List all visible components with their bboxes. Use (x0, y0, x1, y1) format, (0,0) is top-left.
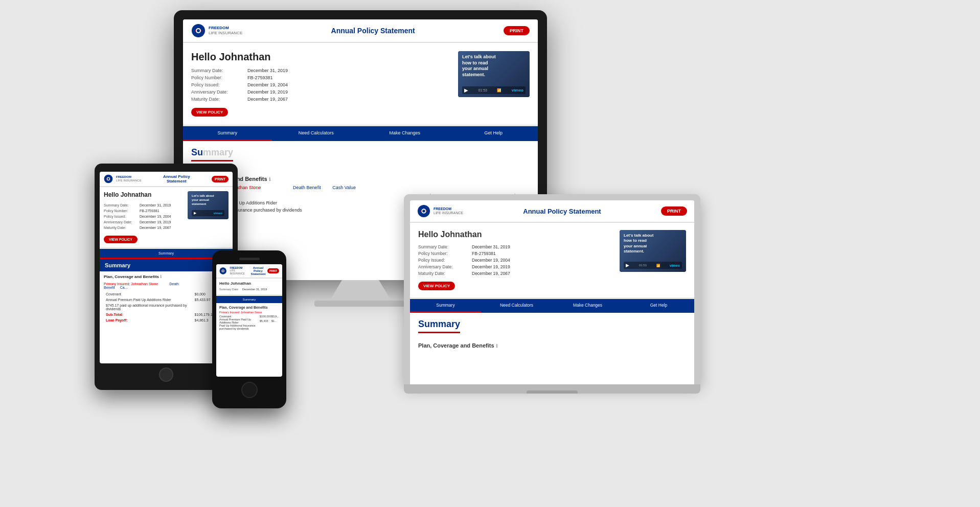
laptop-nav: Summary Need Calculators Make Changes Ge… (410, 297, 694, 313)
tablet-screen-title2: Statement (163, 179, 190, 183)
tablet-plan-subtitle: Primary Insured: Johnathan Stone DeathBe… (104, 282, 229, 289)
phone-hero-info: Hello Johnathan Summary Date: December 3… (219, 281, 279, 292)
phone-title: Annual Policy (249, 266, 267, 272)
tablet-anniv-row: Anniversary Date: December 19, 2019 (104, 220, 184, 224)
laptop-nav-changes[interactable]: Make Changes (552, 299, 623, 313)
policy-number-label: Policy Number: (191, 75, 247, 80)
laptop-summary-section: Summary (410, 313, 694, 339)
summary-date-row: Summary Date: December 31, 2019 (191, 68, 450, 73)
laptop-play-icon[interactable]: ▶ (626, 263, 629, 268)
phone-plan: Plan, Coverage and Benefits Primary Insu… (216, 303, 282, 333)
laptop-title: Annual Policy Statement (523, 208, 601, 215)
laptop-nav-summary[interactable]: Summary (410, 299, 481, 313)
phone-nav-label: Summary (218, 298, 280, 301)
row-death (260, 324, 271, 330)
tablet-view-policy[interactable]: VIEW POLICY (104, 236, 138, 243)
laptop-frame: FREEDOM LIFE INSURANCE Annual Policy Sta… (404, 194, 700, 384)
laptop-maturity-row: Maturity Date: December 19, 2067 (418, 271, 611, 276)
tablet-summary-title: Summary (105, 262, 130, 268)
policy-number-value: FB-2759381 (247, 75, 273, 80)
phone-frame: FREEDOM LIFE INSURANCE Annual Policy Sta… (212, 250, 286, 408)
policy-issued-row: Policy Issued: December 19, 2004 (191, 82, 450, 87)
phone-home-button[interactable] (241, 382, 258, 398)
maturity-value: December 19, 2067 (247, 97, 288, 102)
print-button[interactable]: PRINT (504, 26, 530, 35)
tablet-vimeo: vimeo (214, 212, 222, 215)
plan-subtitle: Primary Insured: Johnathan Stone Death B… (191, 185, 530, 190)
video-thumbnail[interactable]: Let's talk abouthow to readyour annualst… (458, 51, 530, 97)
laptop-print-button[interactable]: PRINT (661, 206, 687, 216)
laptop-issued-row: Policy Issued: December 19, 2004 (418, 258, 611, 263)
laptop-video-text: Let's talk abouthow to readyour annualst… (624, 233, 682, 255)
table-row: Paid Up Additional Insurance purchased b… (219, 324, 279, 330)
svg-point-8 (222, 270, 224, 271)
video-overlay: Let's talk abouthow to readyour annualst… (458, 51, 530, 97)
phone-insured: Primary Insured: Johnathan Stone (219, 311, 279, 314)
phone-logo: FREEDOM LIFE INSURANCE (219, 267, 249, 275)
loan-row: Loan Payoff: $4,861.3 (104, 317, 229, 323)
tablet-maturity-row: Maturity Date: December 19, 2067 (104, 226, 184, 229)
nav-calculators[interactable]: Need Calculators (272, 126, 361, 141)
vimeo-logo: vimeo (512, 88, 523, 93)
phone-print-button[interactable]: PRINT (267, 268, 279, 273)
play-icon[interactable]: ▶ (464, 87, 468, 93)
table-row: Covenant $0,000 $3,9 (104, 291, 229, 297)
tablet-anniv-label: Anniversary Date: (104, 220, 140, 224)
laptop-issued-value: December 19, 2004 (472, 258, 510, 263)
phone-screen: FREEDOM LIFE INSURANCE Annual Policy Sta… (216, 264, 282, 377)
laptop-video-controls[interactable]: ▶ 01:53 📶 vimeo (624, 262, 682, 269)
row-cash: $1... (271, 318, 279, 324)
tablet-title-area: Annual Policy Statement (163, 174, 190, 183)
tablet-plan-table: Covenant $0,000 $3,9 Annual Premium Paid… (104, 291, 229, 323)
laptop-video[interactable]: Let's talk abouthow to readyour annualst… (620, 230, 686, 272)
logo-area: FREEDOM LIFE INSURANCE (191, 24, 242, 38)
tablet-policy-row: Policy Number: FB-2759381 (104, 209, 184, 213)
row-cash (271, 324, 279, 330)
nav-summary[interactable]: Summary (183, 126, 272, 141)
anniversary-row: Anniversary Date: December 19, 2019 (191, 89, 450, 95)
laptop-summary-label: Summary Date: (418, 244, 472, 249)
freedom-logo-icon (191, 24, 206, 38)
laptop-policy-row: Policy Number: FB-2759381 (418, 251, 611, 256)
laptop-base (404, 384, 700, 394)
laptop-view-policy[interactable]: VIEW POLICY (418, 282, 455, 290)
tablet-play-icon[interactable]: ▶ (194, 211, 196, 215)
laptop-policy-value: FB-2759381 (472, 251, 496, 256)
maturity-label: Maturity Date: (191, 97, 247, 102)
tablet-issued-value: December 19, 2004 (140, 215, 171, 218)
laptop-nav-calculators[interactable]: Need Calculators (481, 299, 552, 313)
tablet-issued-label: Policy Issued: (104, 215, 140, 218)
summary-date-value: December 31, 2019 (247, 68, 288, 73)
video-controls[interactable]: ▶ 01:53 📶 vimeo (462, 86, 526, 94)
laptop-duration: 01:53 (639, 264, 647, 267)
navigation-bar: Summary Need Calculators Make Changes Ge… (183, 125, 538, 141)
tablet-video-controls[interactable]: ▶ vimeo (192, 210, 224, 216)
laptop-nav-help[interactable]: Get Help (623, 299, 694, 313)
row-name: Annual Premium Paid Up Additions Rider (219, 318, 260, 324)
tablet-issued-row: Policy Issued: December 19, 2004 (104, 215, 184, 218)
phone-plan-title: Plan, Coverage and Benefits (219, 306, 279, 309)
tablet-policy-value: FB-2759381 (140, 209, 159, 213)
phone-title2: Statement (249, 272, 267, 275)
phone-summary-label: Summary Date: (219, 288, 242, 291)
laptop-logo-text: FREEDOM LIFE INSURANCE (434, 207, 463, 216)
laptop-device: FREEDOM LIFE INSURANCE Annual Policy Sta… (404, 194, 700, 394)
svg-point-11 (422, 210, 425, 213)
policy-issued-value: December 19, 2004 (247, 82, 288, 87)
view-policy-button[interactable]: VIEW POLICY (191, 108, 228, 117)
svg-point-5 (107, 178, 109, 180)
nav-help[interactable]: Get Help (449, 126, 538, 141)
row-name: $745.17 paid up additional insurance pur… (104, 303, 192, 312)
nav-changes[interactable]: Make Changes (360, 126, 449, 141)
tablet-home-button[interactable] (159, 367, 173, 382)
phone-nav: Summary (216, 294, 282, 303)
tablet-video[interactable]: Let's talk aboutyour annualstatement ▶ v… (188, 191, 229, 219)
tablet-insured: Primary Insured: Johnathan Stone (104, 282, 158, 286)
laptop-greeting: Hello Johnathan (418, 230, 611, 239)
summary-heading: Summary (191, 147, 233, 162)
tablet-hero: Hello Johnathan Summary Date: December 3… (100, 187, 233, 247)
loan-label: Loan Payoff: (104, 317, 192, 323)
laptop-policy-label: Policy Number: (418, 251, 472, 256)
tablet-print-button[interactable]: PRINT (212, 176, 229, 182)
laptop-maturity-value: December 19, 2067 (472, 271, 510, 276)
